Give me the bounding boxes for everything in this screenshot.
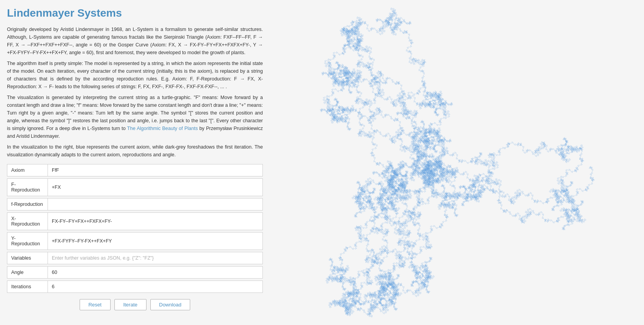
form-input-x-reproduction[interactable]	[48, 216, 262, 227]
desc-para4: In the visualization to the right, blue …	[7, 143, 263, 159]
form-label: F-Reproduction	[7, 179, 48, 196]
reset-button[interactable]: Reset	[80, 299, 111, 310]
form-row: F-Reproduction	[7, 179, 263, 196]
form-input-angle[interactable]	[48, 267, 262, 278]
lsystem-visualization	[271, 0, 644, 325]
form-label: Angle	[7, 267, 48, 279]
form-row: Variables	[7, 252, 263, 264]
desc-para3: The visualization is generated by interp…	[7, 94, 263, 140]
page-title: Lindenmayer Systems	[7, 7, 263, 19]
form-label: f-Reproduction	[7, 198, 48, 210]
form-input-iterations[interactable]	[48, 281, 262, 292]
form-input-f-reproduction[interactable]	[48, 198, 262, 210]
page-container: Lindenmayer Systems Originally developed…	[0, 0, 644, 325]
form-label: Variables	[7, 252, 48, 264]
form-label: Y-Reproduction	[7, 233, 48, 250]
form-row: Iterations	[7, 281, 263, 293]
iterate-button[interactable]: Iterate	[114, 299, 147, 310]
form-input-y-reproduction[interactable]	[48, 235, 262, 247]
book-link[interactable]: The Algorithmic Beauty of Plants	[127, 126, 198, 131]
desc-para1: Originally developed by Aristid Lindenma…	[7, 26, 263, 56]
button-row: Reset Iterate Download	[7, 299, 263, 310]
form-input-axiom[interactable]	[48, 164, 262, 176]
description-block: Originally developed by Aristid Lindenma…	[7, 26, 263, 159]
form-label: Iterations	[7, 281, 48, 293]
right-panel	[271, 0, 644, 325]
form-label: Axiom	[7, 164, 48, 176]
left-panel: Lindenmayer Systems Originally developed…	[0, 0, 271, 325]
desc-para2: The algorithm itself is pretty simple: T…	[7, 60, 263, 91]
download-button[interactable]: Download	[150, 299, 191, 310]
form-row: X-Reproduction	[7, 213, 263, 230]
form-label: X-Reproduction	[7, 213, 48, 230]
form-row: Angle	[7, 267, 263, 279]
form-row: f-Reproduction	[7, 198, 263, 210]
form-input-variables[interactable]	[48, 252, 262, 264]
form-input-f-reproduction[interactable]	[48, 181, 262, 193]
input-form: AxiomF-Reproductionf-ReproductionX-Repro…	[7, 164, 263, 293]
form-row: Y-Reproduction	[7, 233, 263, 250]
form-row: Axiom	[7, 164, 263, 176]
